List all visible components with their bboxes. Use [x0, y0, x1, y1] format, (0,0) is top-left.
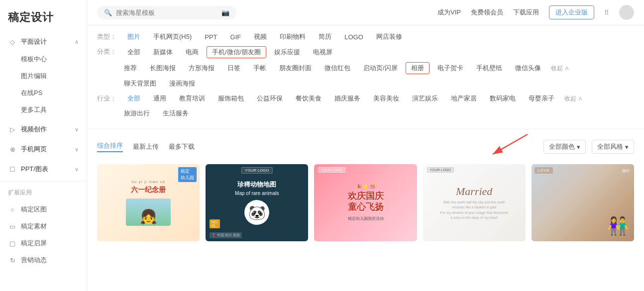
subcat-tag-long-poster[interactable]: 长图海报	[145, 63, 181, 74]
search-bar[interactable]: 🔍 📷	[97, 6, 236, 19]
subcat-tag-recommend[interactable]: 推荐	[119, 63, 142, 74]
cat-tag-ecommerce[interactable]: 电商	[181, 47, 204, 58]
sort-最新上传[interactable]: 最新上传	[133, 142, 159, 151]
subcat-tag-avatar[interactable]: 微信头像	[510, 63, 546, 74]
type-filter-tags: 图片 手机网页(H5) PPT GIF 视频 印刷物料 简历 LOGO 网店装修	[122, 31, 634, 42]
sort-最多下载[interactable]: 最多下载	[169, 142, 195, 151]
subcat-tag-red-packet[interactable]: 微信红包	[320, 63, 355, 74]
sidebar-item-ppt[interactable]: ☐ PPT/图表 ∨	[0, 160, 87, 178]
cat-tag-entertainment[interactable]: 娱乐应援	[269, 47, 305, 58]
industry-tag-parenting[interactable]: 母婴亲子	[524, 93, 559, 104]
type-filter-row: 类型： 图片 手机网页(H5) PPT GIF 视频 印刷物料 简历 LOGO …	[97, 31, 634, 42]
subcat-tag-notebook[interactable]: 手帐	[248, 63, 271, 74]
sidebar-ext-title: 扩展应用	[0, 185, 87, 201]
industry-tag-public[interactable]: 公益环保	[252, 93, 288, 104]
screen-icon: ▢	[8, 239, 17, 248]
template-img-1: 稿定幼儿园 liù yī jì niàn cè 六一纪念册 👧	[97, 164, 200, 241]
card5-text: 旅行	[622, 168, 630, 174]
subcat-tag-loading[interactable]: 启动页/闪屏	[358, 63, 403, 74]
type-tag-pic[interactable]: 图片	[122, 31, 145, 42]
sidebar-item-graphic[interactable]: ◇ 平面设计 ∧	[0, 33, 87, 51]
industry-sub-tag-life[interactable]: 生活服务	[158, 108, 194, 119]
subcat-tag-square-poster[interactable]: 方形海报	[184, 63, 219, 74]
sidebar-sub-item-image-edit[interactable]: 图片编辑	[0, 68, 87, 85]
industry-tag-clothing[interactable]: 服饰箱包	[213, 93, 249, 104]
sidebar-ext-item-zone[interactable]: ○ 稿定区图	[0, 201, 87, 218]
sidebar-sub-item-more-tools[interactable]: 更多工具	[0, 101, 87, 118]
subcat2-tag-manga[interactable]: 漫画海报	[164, 78, 200, 89]
industry-tag-realestate[interactable]: 地产家居	[446, 93, 482, 104]
diamond-icon: ◇	[8, 37, 17, 46]
sort-综合排序[interactable]: 综合排序	[97, 141, 123, 152]
chevron-down-color-icon: ▾	[577, 143, 580, 151]
sidebar-item-video[interactable]: ▷ 视频创作 ∨	[0, 120, 87, 138]
filter-area: 类型： 图片 手机网页(H5) PPT GIF 视频 印刷物料 简历 LOGO …	[87, 25, 644, 129]
sidebar-item-mobile[interactable]: ⊕ 手机网页 ∨	[0, 140, 87, 158]
image-icon: ▭	[8, 222, 17, 231]
type-tag-gif[interactable]: GIF	[225, 32, 246, 42]
card3-decoration: 🎉 ⭐ 🎊	[356, 184, 375, 189]
cat-tag-mobile-wechat[interactable]: 手机/微信/朋友圈	[207, 46, 266, 58]
industry-tag-all[interactable]: 全部	[122, 93, 145, 104]
industry-tag-education[interactable]: 教育培训	[174, 93, 210, 104]
style-filter-dropdown[interactable]: 全部风格 ▾	[592, 140, 634, 154]
industry-tag-wedding[interactable]: 婚庆服务	[329, 93, 365, 104]
template-card-4[interactable]: YOUR LOGO Married With the earth half th…	[423, 164, 526, 241]
industry-tag-beauty[interactable]: 美容美妆	[368, 93, 404, 104]
header-nav-enterprise[interactable]: 进入企业版	[549, 5, 594, 19]
avatar[interactable]	[619, 5, 634, 20]
type-tag-resume[interactable]: 简历	[314, 31, 336, 42]
refresh-icon: ↻	[8, 256, 17, 265]
type-tag-print[interactable]: 印刷物料	[275, 31, 311, 42]
industry-tag-general[interactable]: 通用	[148, 93, 171, 104]
sidebar-video-label: 视频创作	[21, 125, 75, 134]
cat-tag-tv[interactable]: 电视屏	[308, 47, 337, 58]
type-tag-logo[interactable]: LOGO	[339, 32, 368, 42]
industry-tag-food[interactable]: 餐饮美食	[291, 93, 326, 104]
subcat-tag-moments[interactable]: 朋友圈封面	[274, 63, 317, 74]
template-card-5[interactable]: LOVE 旅行 👫	[532, 164, 634, 241]
subcat-tag-ecard[interactable]: 电子贺卡	[432, 63, 468, 74]
type-tag-video[interactable]: 视频	[249, 31, 272, 42]
card1-title: 六一纪念册	[131, 185, 166, 195]
template-card-1[interactable]: 稿定幼儿园 liù yī jì niàn cè 六一纪念册 👧	[97, 164, 200, 241]
type-tag-h5[interactable]: 手机网页(H5)	[148, 31, 197, 42]
sidebar-sub-item-templates[interactable]: 模板中心	[0, 51, 87, 68]
grid-icon[interactable]: ⠿	[604, 9, 609, 16]
cat-tag-newmedia[interactable]: 新媒体	[148, 47, 178, 58]
template-grid: 稿定幼儿园 liù yī jì niàn cè 六一纪念册 👧 YOUR LOG…	[87, 164, 644, 249]
search-input[interactable]	[116, 9, 215, 16]
header-nav-download[interactable]: 下载应用	[513, 8, 539, 17]
industry-tag-electronics[interactable]: 数码家电	[485, 93, 521, 104]
template-card-3[interactable]: YOUR LOGO 🎉 ⭐ 🎊 欢庆国庆童心飞扬 精定幼儿园国庆活动	[314, 164, 417, 241]
header-nav-free[interactable]: 免费领会员	[471, 8, 503, 17]
type-tag-ppt[interactable]: PPT	[200, 32, 222, 42]
subcat2-tag-chat-bg[interactable]: 聊天背景图	[119, 78, 161, 89]
cat-tag-all[interactable]: 全部	[122, 47, 145, 58]
industry-collapse-toggle[interactable]: 收起 ∧	[564, 95, 583, 103]
chevron-up-icon: ∧	[75, 39, 79, 45]
sidebar: 稿定设计 ◇ 平面设计 ∧ 模板中心 图片编辑 在线PS 更多工具 ▷ 视频创作…	[0, 0, 87, 291]
sidebar-sub-item-online-ps[interactable]: 在线PS	[0, 85, 87, 101]
sidebar-ext-item-splash[interactable]: ▢ 稿定启屏	[0, 235, 87, 252]
cat-filter-tags: 全部 新媒体 电商 手机/微信/朋友圈 娱乐应援 电视屏	[122, 46, 634, 58]
card1-badge: 稿定幼儿园	[178, 167, 197, 182]
type-tag-shop[interactable]: 网店装修	[371, 31, 407, 42]
sidebar-ext-item-material[interactable]: ▭ 稿定素材	[0, 218, 87, 235]
subcat-tag-daily[interactable]: 日签	[222, 63, 245, 74]
template-card-2[interactable]: YOUR LOGO 珍稀动物地图Map of rare animals 🐼 NO…	[206, 164, 308, 241]
subcat-collapse-toggle[interactable]: 收起 ∧	[551, 64, 569, 73]
camera-icon[interactable]: 📷	[221, 9, 229, 16]
sidebar-divider	[0, 181, 87, 182]
industry-tag-ent[interactable]: 演艺娱乐	[407, 93, 443, 104]
subcat-filter-row: 推荐 长图海报 方形海报 日签 手帐 朋友圈封面 微信红包 启动页/闪屏 相册 …	[97, 62, 634, 74]
svg-line-1	[493, 134, 528, 154]
header-nav-vip[interactable]: 成为VIP	[437, 8, 461, 17]
cat-filter-row: 分类： 全部 新媒体 电商 手机/微信/朋友圈 娱乐应援 电视屏	[97, 46, 634, 58]
subcat-tag-album[interactable]: 相册	[406, 62, 429, 74]
color-filter-dropdown[interactable]: 全部颜色 ▾	[543, 140, 586, 154]
sidebar-ext-item-marketing[interactable]: ↻ 营销动态	[0, 252, 87, 269]
color-filter-label: 全部颜色	[549, 142, 575, 151]
industry-sub-tag-travel[interactable]: 旅游出行	[119, 108, 155, 119]
subcat-tag-wallpaper[interactable]: 手机壁纸	[471, 63, 507, 74]
